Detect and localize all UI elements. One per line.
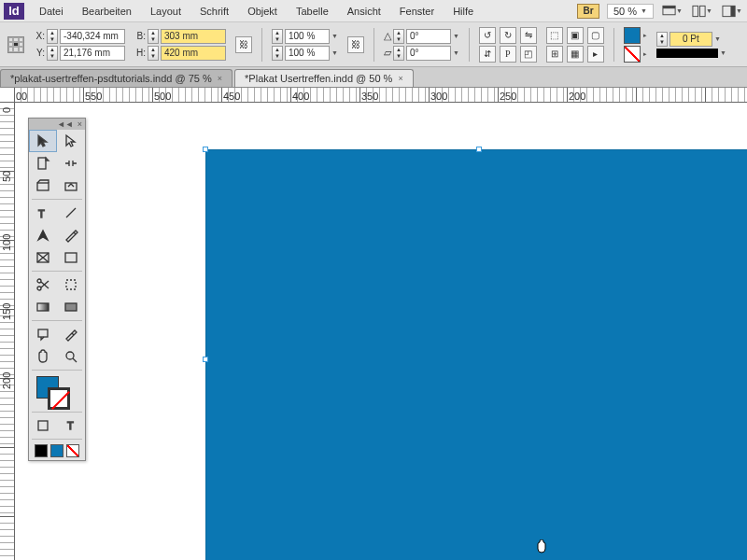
menu-objekt[interactable]: Objekt (238, 2, 287, 21)
svg-rect-3 (699, 6, 705, 16)
horizontal-ruler[interactable]: 00 550 500 450 400 350 300 250 200 (15, 88, 747, 103)
zoom-tool[interactable] (57, 345, 85, 368)
line-tool[interactable] (57, 202, 85, 224)
y-stepper[interactable]: ▲▼ (47, 46, 58, 61)
apply-gradient-icon[interactable] (50, 444, 63, 457)
content-collector-tool[interactable] (29, 175, 57, 197)
close-icon[interactable]: × (398, 74, 402, 83)
arrange-icon[interactable]: ▼ (691, 3, 713, 20)
rotate-cw-icon[interactable]: ↻ (500, 27, 516, 44)
svg-text:T: T (38, 208, 45, 219)
stroke-proxy[interactable] (48, 387, 70, 410)
flip-h-icon[interactable]: ⇋ (520, 27, 537, 44)
scale-y-field[interactable]: 100 % (285, 46, 330, 61)
tool-panel[interactable]: ◄◄× T T (28, 118, 86, 461)
svg-line-18 (41, 281, 49, 287)
svg-point-15 (37, 279, 41, 283)
shear-stepper[interactable]: ▲▼ (393, 46, 404, 61)
stroke-style[interactable] (656, 49, 718, 58)
fill-stroke-proxy[interactable] (29, 372, 85, 410)
page-tool[interactable] (29, 152, 57, 175)
x-field[interactable]: -340,324 mm (60, 29, 125, 44)
w-stepper[interactable]: ▲▼ (148, 29, 159, 44)
h-stepper[interactable]: ▲▼ (148, 46, 159, 61)
rotate-stepper[interactable]: ▲▼ (393, 29, 404, 44)
rotate-ccw-icon[interactable]: ↺ (479, 27, 496, 44)
type-tool[interactable]: T (29, 202, 57, 224)
content-placer-tool[interactable] (57, 175, 85, 197)
scale-x-field[interactable]: 100 % (285, 29, 330, 44)
workspace-icon[interactable]: ▼ (721, 3, 743, 20)
selection-tool[interactable] (29, 130, 57, 152)
constrain-scale-icon[interactable]: ⛓ (347, 36, 364, 53)
zoom-level-select[interactable]: 50 % ▼ (607, 4, 654, 19)
apply-color-icon[interactable] (35, 444, 48, 457)
hand-tool[interactable] (29, 345, 57, 368)
scissors-tool[interactable] (29, 273, 57, 296)
gap-tool[interactable] (57, 152, 85, 175)
formatting-text-icon[interactable]: T (57, 414, 85, 437)
formatting-container-icon[interactable] (29, 414, 57, 437)
w-label: B: (134, 31, 146, 41)
direct-selection-tool[interactable] (57, 130, 85, 152)
ruler-origin[interactable] (0, 88, 15, 103)
apply-none-icon[interactable] (66, 444, 79, 457)
pencil-tool[interactable] (57, 224, 85, 246)
menu-ansicht[interactable]: Ansicht (338, 2, 390, 21)
menu-hilfe[interactable]: Hilfe (444, 2, 483, 21)
select-content-icon[interactable]: ⬚ (546, 27, 563, 44)
stroke-swatch[interactable] (624, 46, 641, 63)
rotate-field[interactable]: 0° (406, 29, 451, 44)
x-stepper[interactable]: ▲▼ (47, 29, 58, 44)
p-icon[interactable]: P (500, 46, 516, 63)
menu-layout[interactable]: Layout (141, 2, 190, 21)
doc-tab-2[interactable]: *Plakat Usertreffen.indd @ 50 % × (234, 69, 414, 87)
fill-swatch[interactable] (624, 27, 641, 44)
rectangle-tool[interactable] (57, 246, 85, 269)
flip-v-icon[interactable]: ⇵ (479, 46, 496, 63)
arrow-r-icon[interactable]: ▸ (587, 46, 604, 63)
select-container-icon[interactable]: ◰ (520, 46, 537, 63)
strokewt-stepper[interactable]: ▲▼ (656, 32, 668, 47)
fill-frame-icon[interactable]: ▦ (567, 46, 584, 63)
selected-rectangle[interactable] (205, 149, 747, 560)
doc-tab-1[interactable]: *plakat-usertreffen-psdtutorials.indd @ … (0, 69, 233, 87)
free-transform-tool[interactable] (57, 273, 85, 296)
center-content-icon[interactable]: ⊞ (546, 46, 563, 63)
reference-point[interactable] (7, 36, 24, 53)
svg-rect-21 (65, 303, 77, 311)
rectangle-frame-tool[interactable] (29, 246, 57, 269)
stroke-weight-field[interactable]: 0 Pt (669, 32, 712, 47)
menu-schrift[interactable]: Schrift (190, 2, 238, 21)
scaley-stepper[interactable]: ▲▼ (272, 46, 283, 61)
canvas[interactable] (15, 103, 747, 560)
menu-datei[interactable]: Datei (30, 2, 73, 21)
panel-header[interactable]: ◄◄× (29, 119, 85, 130)
fit-content-icon[interactable]: ▣ (567, 27, 584, 44)
svg-rect-2 (693, 6, 698, 16)
scalex-stepper[interactable]: ▲▼ (272, 29, 283, 44)
eyedropper-tool[interactable] (57, 323, 85, 345)
h-field[interactable]: 420 mm (161, 46, 226, 61)
svg-rect-6 (38, 158, 46, 169)
y-field[interactable]: 21,176 mm (60, 46, 125, 61)
gradient-feather-tool[interactable] (57, 296, 85, 318)
zoom-level-value: 50 % (613, 6, 637, 17)
menu-bearbeiten[interactable]: Bearbeiten (73, 2, 141, 21)
shear-field[interactable]: 0° (406, 46, 451, 61)
svg-point-16 (37, 287, 41, 290)
w-field[interactable]: 303 mm (161, 29, 226, 44)
svg-rect-19 (66, 280, 76, 289)
bridge-icon[interactable]: Br (577, 4, 599, 19)
vertical-ruler[interactable]: 0 50 100 150 200 (0, 103, 15, 560)
menu-fenster[interactable]: Fenster (390, 2, 444, 21)
menu-tabelle[interactable]: Tabelle (287, 2, 338, 21)
pen-tool[interactable] (29, 224, 57, 246)
svg-line-17 (41, 282, 49, 288)
close-icon[interactable]: × (218, 74, 222, 83)
gradient-swatch-tool[interactable] (29, 296, 57, 318)
screen-mode-icon[interactable]: ▼ (661, 3, 684, 20)
note-tool[interactable] (29, 323, 57, 345)
fit-frame-icon[interactable]: ▢ (587, 27, 604, 44)
constrain-wh-icon[interactable]: ⛓ (235, 36, 252, 53)
